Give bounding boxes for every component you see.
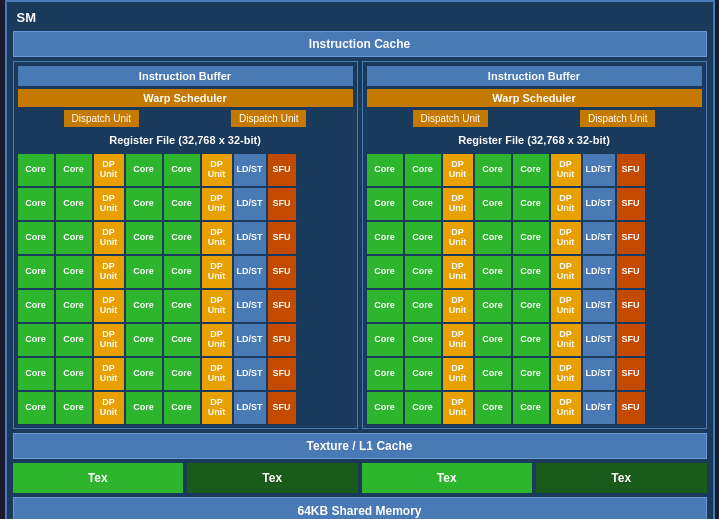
core-row: Core Core DP Unit Core Core DP Unit LD/S… (18, 290, 353, 322)
sm-title: SM (13, 8, 41, 27)
core-row: Core Core DP Unit Core Core DP Unit LD/S… (367, 358, 702, 390)
dp-cell: DP Unit (551, 324, 581, 356)
dp-cell: DP Unit (94, 324, 124, 356)
core-row: Core Core DP Unit Core Core DP Unit LD/S… (367, 256, 702, 288)
dispatch-row-right: Dispatch Unit Dispatch Unit (367, 110, 702, 127)
core-cell: Core (367, 188, 403, 220)
core-cell: Core (18, 392, 54, 424)
dp-cell: DP Unit (94, 358, 124, 390)
core-cell: Core (164, 222, 200, 254)
core-cell: Core (367, 154, 403, 186)
dp-cell: DP Unit (202, 222, 232, 254)
ldst-cell: LD/ST (234, 188, 266, 220)
ldst-cell: LD/ST (234, 290, 266, 322)
core-row: Core Core DP Unit Core Core DP Unit LD/S… (18, 222, 353, 254)
column-left: Instruction Buffer Warp Scheduler Dispat… (13, 61, 358, 429)
core-cell: Core (126, 256, 162, 288)
sfu-cell: SFU (268, 222, 296, 254)
core-cell: Core (126, 222, 162, 254)
core-row: Core Core DP Unit Core Core DP Unit LD/S… (367, 290, 702, 322)
core-cell: Core (513, 222, 549, 254)
core-cell: Core (164, 154, 200, 186)
core-row: Core Core DP Unit Core Core DP Unit LD/S… (18, 154, 353, 186)
dp-cell: DP Unit (443, 256, 473, 288)
core-row: Core Core DP Unit Core Core DP Unit LD/S… (18, 256, 353, 288)
dp-cell: DP Unit (202, 290, 232, 322)
dp-cell: DP Unit (94, 290, 124, 322)
core-cell: Core (475, 324, 511, 356)
core-row: Core Core DP Unit Core Core DP Unit LD/S… (367, 324, 702, 356)
core-cell: Core (18, 324, 54, 356)
core-cell: Core (164, 188, 200, 220)
dispatch-row-left: Dispatch Unit Dispatch Unit (18, 110, 353, 127)
dp-cell: DP Unit (443, 154, 473, 186)
dispatch-unit-right-2: Dispatch Unit (580, 110, 655, 127)
tex-unit-2: Tex (187, 463, 358, 493)
dp-cell: DP Unit (202, 358, 232, 390)
core-cell: Core (164, 392, 200, 424)
sfu-cell: SFU (268, 324, 296, 356)
core-row: Core Core DP Unit Core Core DP Unit LD/S… (367, 154, 702, 186)
core-cell: Core (56, 358, 92, 390)
core-cell: Core (475, 256, 511, 288)
dp-cell: DP Unit (551, 290, 581, 322)
ldst-cell: LD/ST (583, 358, 615, 390)
core-row: Core Core DP Unit Core Core DP Unit LD/S… (18, 188, 353, 220)
ldst-cell: LD/ST (234, 324, 266, 356)
tex-unit-1: Tex (13, 463, 184, 493)
core-cell: Core (164, 256, 200, 288)
core-cell: Core (56, 154, 92, 186)
core-cell: Core (367, 222, 403, 254)
ldst-cell: LD/ST (583, 392, 615, 424)
dp-cell: DP Unit (202, 324, 232, 356)
core-cell: Core (475, 358, 511, 390)
dispatch-unit-right-1: Dispatch Unit (413, 110, 488, 127)
instruction-buffer-right: Instruction Buffer (367, 66, 702, 86)
dp-cell: DP Unit (443, 290, 473, 322)
core-grid-left: Core Core DP Unit Core Core DP Unit LD/S… (18, 154, 353, 424)
tex-unit-3: Tex (362, 463, 533, 493)
core-cell: Core (367, 290, 403, 322)
core-cell: Core (18, 358, 54, 390)
dp-cell: DP Unit (443, 392, 473, 424)
core-cell: Core (367, 324, 403, 356)
core-cell: Core (475, 290, 511, 322)
core-cell: Core (513, 256, 549, 288)
core-row: Core Core DP Unit Core Core DP Unit LD/S… (367, 392, 702, 424)
core-cell: Core (513, 154, 549, 186)
core-cell: Core (513, 392, 549, 424)
dp-cell: DP Unit (443, 358, 473, 390)
dp-cell: DP Unit (551, 392, 581, 424)
core-cell: Core (18, 188, 54, 220)
dp-cell: DP Unit (443, 222, 473, 254)
register-file-right: Register File (32,768 x 32-bit) (367, 130, 702, 150)
core-cell: Core (18, 154, 54, 186)
core-cell: Core (18, 256, 54, 288)
core-cell: Core (405, 222, 441, 254)
dp-cell: DP Unit (94, 256, 124, 288)
tex-row: Tex Tex Tex Tex (13, 463, 707, 493)
core-cell: Core (405, 392, 441, 424)
sfu-cell: SFU (268, 358, 296, 390)
core-cell: Core (126, 392, 162, 424)
core-cell: Core (475, 222, 511, 254)
dp-cell: DP Unit (551, 188, 581, 220)
ldst-cell: LD/ST (234, 256, 266, 288)
dp-cell: DP Unit (551, 222, 581, 254)
core-cell: Core (56, 222, 92, 254)
core-cell: Core (475, 154, 511, 186)
ldst-cell: LD/ST (583, 290, 615, 322)
sfu-cell: SFU (617, 324, 645, 356)
core-cell: Core (56, 256, 92, 288)
core-cell: Core (405, 290, 441, 322)
core-cell: Core (475, 188, 511, 220)
core-cell: Core (126, 188, 162, 220)
core-cell: Core (513, 358, 549, 390)
core-cell: Core (126, 358, 162, 390)
dispatch-unit-left-2: Dispatch Unit (231, 110, 306, 127)
sfu-cell: SFU (617, 256, 645, 288)
instruction-cache: Instruction Cache (13, 31, 707, 57)
sm-container: SM Instruction Cache Instruction Buffer … (5, 0, 715, 519)
dp-cell: DP Unit (443, 324, 473, 356)
core-row: Core Core DP Unit Core Core DP Unit LD/S… (367, 222, 702, 254)
